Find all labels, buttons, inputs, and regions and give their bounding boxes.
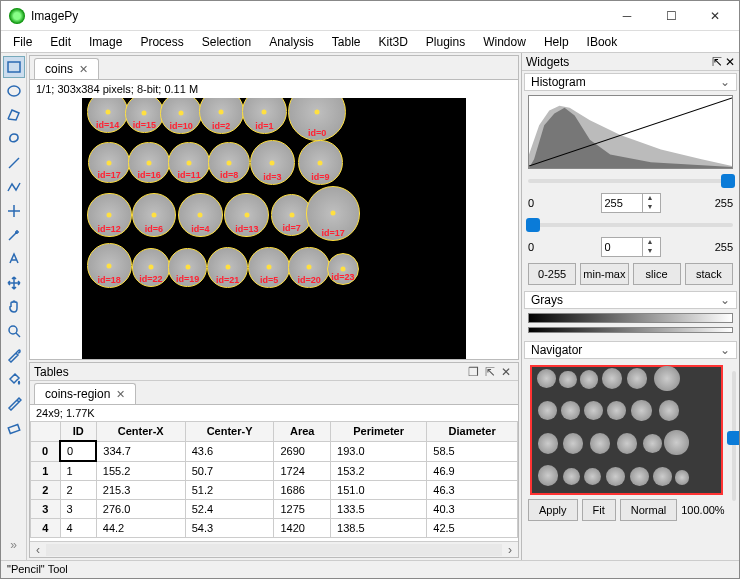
coin-9[interactable]: id=9 (298, 140, 343, 185)
coin-18[interactable]: id=18 (87, 243, 132, 288)
tool-polyline[interactable] (3, 176, 25, 198)
tool-zoom[interactable] (3, 320, 25, 342)
pin-icon[interactable]: ⇱ (482, 365, 498, 379)
histogram-lower-slider[interactable] (528, 217, 733, 233)
hist-upper-input[interactable]: ▲▼ (601, 193, 661, 213)
close-icon[interactable]: ✕ (725, 55, 735, 69)
colormap-select[interactable]: Grays ⌄ (524, 291, 737, 309)
table-tab-coins-region[interactable]: coins-region ✕ (34, 383, 136, 404)
col-index[interactable] (31, 422, 61, 442)
coin-13[interactable]: id=13 (224, 193, 269, 238)
nav-fit-button[interactable]: Fit (582, 499, 616, 521)
menu-kit3d[interactable]: Kit3D (371, 33, 416, 51)
histogram-section-header[interactable]: Histogram ⌄ (524, 73, 737, 91)
table-row[interactable]: 4444.254.31420138.542.5 (31, 519, 518, 538)
maximize-button[interactable]: ☐ (649, 2, 693, 30)
menu-ibook[interactable]: IBook (579, 33, 626, 51)
tool-freehand-select[interactable] (3, 128, 25, 150)
menu-edit[interactable]: Edit (42, 33, 79, 51)
coin-1[interactable]: id=1 (242, 98, 287, 134)
coin-10[interactable]: id=10 (160, 98, 202, 134)
image-canvas-wrap[interactable]: id=14id=15id=10id=2id=1id=0id=17id=16id=… (30, 98, 518, 359)
coin-3[interactable]: id=3 (250, 140, 295, 185)
coin-11[interactable]: id=11 (168, 142, 210, 184)
tool-point[interactable] (3, 200, 25, 222)
navigator-zoom-slider[interactable] (731, 365, 737, 521)
dock-icon[interactable]: ❐ (465, 365, 482, 379)
tool-rect-select[interactable] (3, 56, 25, 78)
table-row[interactable]: 22215.351.21686151.046.3 (31, 481, 518, 500)
coin-22[interactable]: id=22 (132, 248, 170, 286)
coin-16[interactable]: id=16 (128, 142, 170, 184)
coin-15[interactable]: id=15 (125, 98, 163, 133)
table-scroll[interactable]: IDCenter-XCenter-YAreaPerimeterDiameter … (30, 421, 518, 541)
tool-move[interactable] (3, 272, 25, 294)
menu-process[interactable]: Process (132, 33, 191, 51)
hist-lower-input[interactable]: ▲▼ (601, 237, 661, 257)
tool-picker[interactable] (3, 344, 25, 366)
image-canvas[interactable]: id=14id=15id=10id=2id=1id=0id=17id=16id=… (82, 98, 466, 359)
close-button[interactable]: ✕ (693, 2, 737, 30)
table-row[interactable]: 33276.052.41275133.540.3 (31, 500, 518, 519)
coin-4[interactable]: id=4 (178, 193, 223, 238)
navigator-section-header[interactable]: Navigator ⌄ (524, 341, 737, 359)
tool-text[interactable] (3, 248, 25, 270)
tool-polygon-select[interactable] (3, 104, 25, 126)
col-Perimeter[interactable]: Perimeter (331, 422, 427, 442)
close-icon[interactable]: ✕ (498, 365, 514, 379)
coin-12[interactable]: id=12 (87, 193, 132, 238)
hist-btn-stack[interactable]: stack (685, 263, 733, 285)
tool-eraser[interactable] (3, 416, 25, 438)
hist-btn-slice[interactable]: slice (633, 263, 681, 285)
nav-normal-button[interactable]: Normal (620, 499, 677, 521)
close-icon[interactable]: ✕ (116, 388, 125, 401)
menu-help[interactable]: Help (536, 33, 577, 51)
menu-analysis[interactable]: Analysis (261, 33, 322, 51)
col-Area[interactable]: Area (274, 422, 331, 442)
table-row[interactable]: 11155.250.71724153.246.9 (31, 461, 518, 481)
coin-14[interactable]: id=14 (87, 98, 129, 133)
tool-collapse[interactable]: » (3, 534, 25, 556)
navigator-thumbnail[interactable] (530, 365, 723, 495)
hist-btn-0255[interactable]: 0-255 (528, 263, 576, 285)
histogram-upper-slider[interactable] (528, 173, 733, 189)
menu-file[interactable]: File (5, 33, 40, 51)
coin-23[interactable]: id=23 (327, 253, 359, 285)
image-tab-coins[interactable]: coins ✕ (34, 58, 99, 79)
close-icon[interactable]: ✕ (79, 63, 88, 76)
hist-btn-minmax[interactable]: min-max (580, 263, 628, 285)
col-Center-Y[interactable]: Center-Y (185, 422, 274, 442)
tool-pencil[interactable] (3, 392, 25, 414)
nav-apply-button[interactable]: Apply (528, 499, 578, 521)
table-h-scrollbar[interactable]: ‹› (30, 541, 518, 557)
menu-table[interactable]: Table (324, 33, 369, 51)
table-row[interactable]: 00334.743.62690193.058.5 (31, 441, 518, 461)
pin-icon[interactable]: ⇱ (712, 55, 722, 69)
coin-2[interactable]: id=2 (199, 98, 244, 134)
hist-high-label: 255 (665, 197, 734, 209)
col-Diameter[interactable]: Diameter (427, 422, 518, 442)
coin-21[interactable]: id=21 (207, 247, 249, 289)
col-Center-X[interactable]: Center-X (96, 422, 185, 442)
menu-selection[interactable]: Selection (194, 33, 259, 51)
col-ID[interactable]: ID (60, 422, 96, 442)
coin-19[interactable]: id=19 (168, 248, 206, 286)
widgets-sidebar: Widgets ⇱ ✕ Histogram ⌄ 0 ▲▼ 255 0 ▲▼ 25… (521, 53, 739, 560)
coin-5[interactable]: id=5 (248, 247, 290, 289)
coin-17[interactable]: id=17 (306, 186, 360, 240)
coin-20[interactable]: id=20 (288, 247, 330, 289)
minimize-button[interactable]: ─ (605, 2, 649, 30)
coin-8[interactable]: id=8 (208, 142, 250, 184)
tool-hand[interactable] (3, 296, 25, 318)
menu-window[interactable]: Window (475, 33, 534, 51)
tool-bucket[interactable] (3, 368, 25, 390)
menu-image[interactable]: Image (81, 33, 130, 51)
menu-plugins[interactable]: Plugins (418, 33, 473, 51)
tool-line[interactable] (3, 152, 25, 174)
tool-ellipse-select[interactable] (3, 80, 25, 102)
coin-0[interactable]: id=0 (288, 98, 346, 141)
coin-17[interactable]: id=17 (88, 142, 130, 184)
histogram-plot[interactable] (528, 95, 733, 169)
tool-wand[interactable] (3, 224, 25, 246)
coin-6[interactable]: id=6 (132, 193, 177, 238)
